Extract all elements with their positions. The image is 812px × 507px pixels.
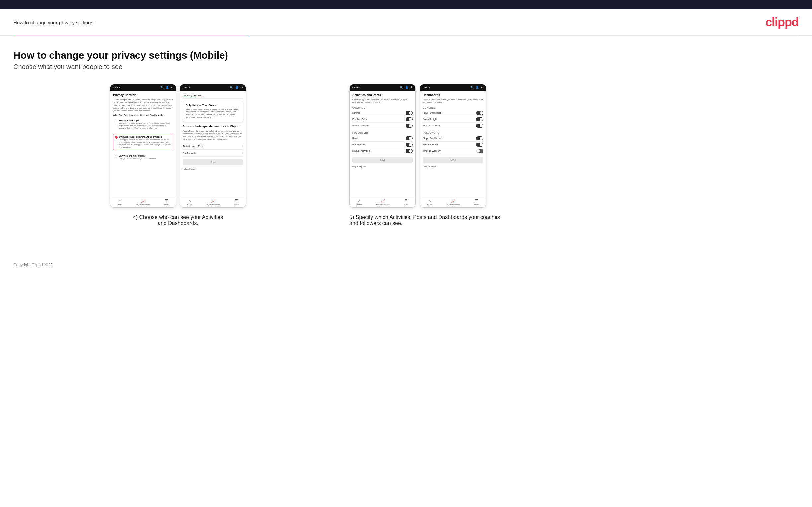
coach-what-to-work-row: What To Work On (423, 123, 483, 129)
save-button-2[interactable]: Save (183, 159, 243, 165)
dashboards-menu-item[interactable]: Dashboards › (183, 150, 243, 157)
mockups-row: ‹ Back 🔍 👤 ⚙ Privacy Controls Control ho… (13, 84, 799, 226)
followers-practice-row: Practice Drills (352, 142, 413, 148)
page-title: How to change your privacy settings (Mob… (13, 50, 799, 61)
search-icon-3[interactable]: 🔍 (400, 86, 403, 89)
radio-coach-only[interactable] (114, 155, 117, 158)
privacy-tab-bar: Privacy Controls (183, 93, 243, 99)
left-section: ‹ Back 🔍 👤 ⚙ Privacy Controls Control ho… (13, 84, 343, 226)
caption-left: 4) Choose who can see your Activities an… (128, 214, 228, 226)
coaches-header-4: COACHES (423, 107, 483, 109)
tab-performance-label-1: My Performance (137, 204, 150, 206)
radio-followers[interactable] (115, 136, 117, 139)
coach-what-to-work-label: What To Work On (423, 124, 441, 127)
coaches-rounds-toggle[interactable] (406, 111, 413, 115)
privacy-body-text: Control how you and your data appears to… (113, 98, 173, 112)
back-btn-2[interactable]: ‹ Back (183, 86, 190, 89)
phone-body-4: Dashboards Select the dashboards that yo… (420, 91, 486, 197)
person-icon-4[interactable]: 👤 (475, 86, 479, 89)
search-icon[interactable]: 🔍 (160, 86, 164, 89)
tab-menu-4[interactable]: ☰ Menu (474, 199, 479, 206)
privacy-controls-tab[interactable]: Privacy Controls (183, 93, 203, 98)
coach-round-insights-toggle[interactable] (476, 117, 483, 121)
coach-player-dashboard-toggle[interactable] (476, 111, 483, 115)
person-icon-2[interactable]: 👤 (236, 86, 239, 89)
tab-home-label-4: Home (427, 204, 433, 206)
tab-home-1[interactable]: ⌂ Home (117, 199, 122, 206)
follower-round-insights-row: Round Insights (423, 142, 483, 148)
coach-what-to-work-toggle[interactable] (476, 124, 483, 128)
search-icon-4[interactable]: 🔍 (470, 86, 473, 89)
tab-menu-3[interactable]: ☰ Menu (404, 199, 408, 206)
back-btn-1[interactable]: ‹ Back (113, 86, 120, 89)
activities-title: Activities and Posts (352, 93, 413, 97)
option-followers-desc: Only approved followers and coaches you … (119, 139, 171, 148)
settings-icon-2[interactable]: ⚙ (241, 86, 243, 89)
followers-practice-toggle[interactable] (406, 143, 413, 147)
chart-icon-3: 📈 (380, 199, 385, 204)
home-icon-3: ⌂ (358, 199, 360, 204)
save-button-4[interactable]: Save (423, 157, 483, 163)
phone-body-3: Activities and Posts Select the types of… (350, 91, 415, 197)
person-icon[interactable]: 👤 (166, 86, 169, 89)
follower-what-to-work-toggle[interactable] (476, 149, 483, 153)
copyright-text: Copyright Clippd 2022 (13, 263, 53, 268)
save-button-3[interactable]: Save (352, 157, 413, 163)
back-btn-3[interactable]: ‹ Back (352, 86, 360, 89)
phone-body-2: Privacy Controls Only You and Your Coach… (180, 91, 246, 197)
header: How to change your privacy settings clip… (0, 9, 812, 36)
chart-icon-4: 📈 (451, 199, 456, 204)
tab-menu-label-1: Menu (164, 204, 169, 206)
tab-performance-label-2: My Performance (206, 204, 219, 206)
coach-player-dashboard-label: Player Dashboard (423, 112, 441, 114)
option-everyone-desc: Everyone on Clippd can search for you an… (118, 122, 172, 129)
followers-manual-label: Manual Activities (352, 150, 370, 152)
show-hide-text: Regardless of the privacy controls that … (183, 130, 243, 141)
search-icon-2[interactable]: 🔍 (230, 86, 234, 89)
followers-rounds-toggle[interactable] (406, 136, 413, 140)
help-support-2: Help & Support (183, 168, 243, 170)
option-coach-title: Only You and Your Coach (118, 155, 156, 157)
settings-icon[interactable]: ⚙ (171, 86, 173, 89)
settings-icon-3[interactable]: ⚙ (410, 86, 413, 89)
tab-menu-1[interactable]: ☰ Menu (164, 199, 169, 206)
option-followers[interactable]: Only Approved Followers and Your Coach O… (113, 134, 173, 150)
popup-box: Only You and Your Coach Only you and the… (183, 101, 243, 122)
phone-mockup-2: ‹ Back 🔍 👤 ⚙ Privacy Controls Only You a… (180, 84, 246, 208)
privacy-controls-title: Privacy Controls (113, 93, 173, 97)
settings-icon-4[interactable]: ⚙ (481, 86, 483, 89)
tab-menu-2[interactable]: ☰ Menu (234, 199, 239, 206)
tab-home-2[interactable]: ⌂ Home (187, 199, 192, 206)
help-support-4: Help & Support (423, 165, 483, 168)
follower-player-dashboard-row: Player Dashboard (423, 135, 483, 142)
tab-performance-3[interactable]: 📈 My Performance (376, 199, 389, 206)
back-btn-4[interactable]: ‹ Back (423, 86, 430, 89)
followers-rounds-label: Rounds (352, 137, 360, 139)
person-icon-3[interactable]: 👤 (405, 86, 408, 89)
follower-round-insights-toggle[interactable] (476, 143, 483, 147)
followers-header-4: FOLLOWERS (423, 132, 483, 134)
tab-home-4[interactable]: ⌂ Home (427, 199, 433, 206)
tab-home-label-2: Home (187, 204, 192, 206)
tab-home-label-3: Home (357, 204, 362, 206)
tab-performance-1[interactable]: 📈 My Performance (137, 199, 150, 206)
tab-performance-2[interactable]: 📈 My Performance (206, 199, 219, 206)
activities-menu-item[interactable]: Activities and Posts › (183, 143, 243, 150)
tab-bar-2: ⌂ Home 📈 My Performance ☰ Menu (180, 197, 246, 207)
coaches-practice-toggle[interactable] (406, 117, 413, 121)
activities-desc: Select the types of activity that you'd … (352, 98, 413, 104)
option-everyone[interactable]: Everyone on Clippd Everyone on Clippd ca… (113, 118, 173, 131)
radio-everyone[interactable] (114, 120, 117, 122)
followers-manual-toggle[interactable] (406, 149, 413, 153)
follower-player-dashboard-toggle[interactable] (476, 136, 483, 140)
tab-bar-1: ⌂ Home 📈 My Performance ☰ Menu (110, 197, 176, 207)
help-support-3: Help & Support (352, 165, 413, 168)
tab-performance-4[interactable]: 📈 My Performance (446, 199, 460, 206)
phone-mockup-4: ‹ Back 🔍 👤 ⚙ Dashboards Select the dashb… (420, 84, 486, 208)
right-section: ‹ Back 🔍 👤 ⚙ Activities and Posts Select… (349, 84, 799, 226)
option-coach-only[interactable]: Only You and Your Coach Only you and the… (113, 153, 173, 162)
tab-home-3[interactable]: ⌂ Home (357, 199, 362, 206)
show-hide-title: Show or hide specific features in Clippd (183, 125, 243, 128)
coaches-manual-toggle[interactable] (406, 124, 413, 128)
top-bar (0, 0, 812, 9)
